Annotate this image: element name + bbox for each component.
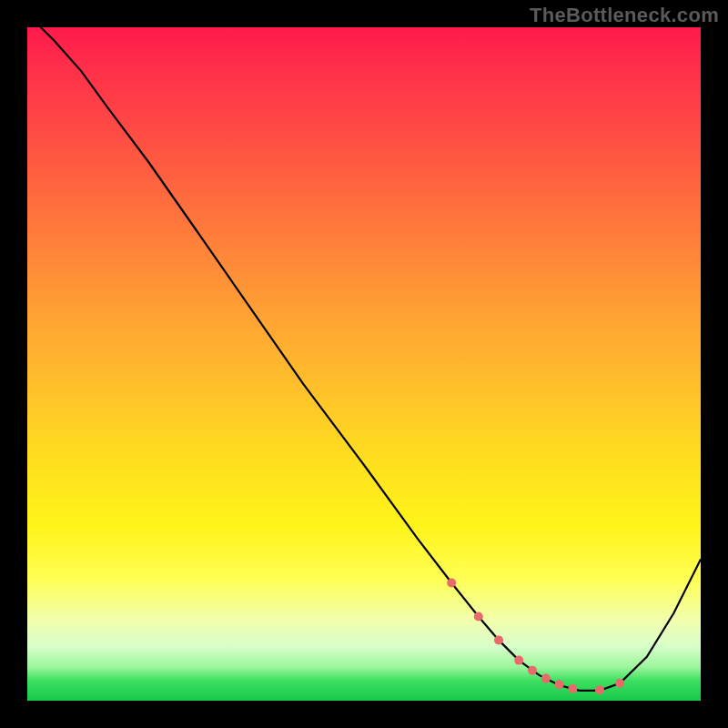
chart-frame: TheBottleneck.com [0, 0, 728, 728]
highlight-dot [514, 656, 523, 665]
plot-area [27, 27, 701, 701]
highlight-dot [615, 679, 624, 688]
highlight-dot [541, 674, 551, 683]
highlight-dots-group [447, 579, 624, 695]
highlight-dot [494, 635, 503, 644]
highlight-dot [474, 612, 483, 622]
curve-line [27, 14, 701, 691]
highlight-dot [555, 680, 564, 689]
chart-svg [27, 27, 701, 701]
highlight-dot [528, 666, 537, 675]
watermark-text: TheBottleneck.com [530, 4, 719, 27]
highlight-dot [568, 684, 577, 693]
highlight-dot [447, 579, 456, 588]
highlight-dot [595, 685, 604, 694]
